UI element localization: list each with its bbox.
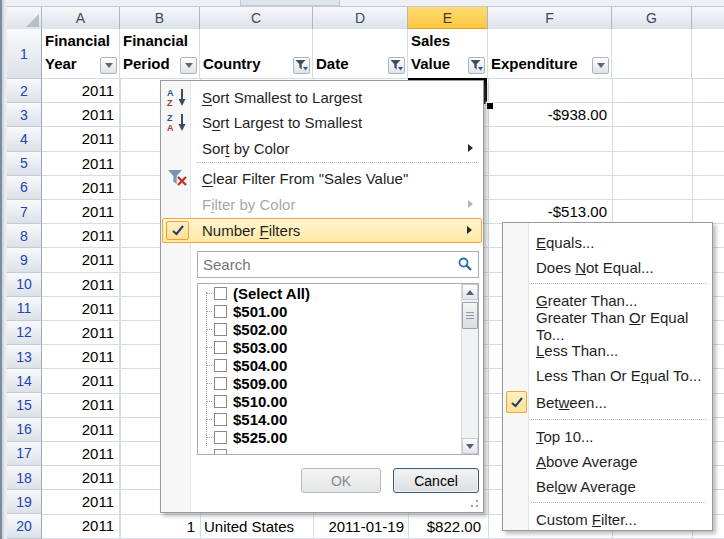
cell-financial-year-value[interactable]: 2011 xyxy=(42,152,120,176)
filter-value-item[interactable]: $502.00 xyxy=(198,320,478,338)
row-number-cell[interactable]: 9 xyxy=(7,248,42,272)
header-cell-financial-period[interactable]: Financial Period xyxy=(120,29,200,79)
filter-value-item[interactable]: $514.00 xyxy=(198,410,478,428)
search-icon[interactable] xyxy=(458,257,473,276)
column-header-e-selected[interactable]: E xyxy=(408,7,488,29)
cell-financial-year-value[interactable]: 2011 xyxy=(42,127,120,151)
menu-item-number-filters[interactable]: Number Filters xyxy=(162,218,482,243)
menu-item-clear-filter[interactable]: Clear Filter From "Sales Value" xyxy=(162,166,482,190)
row-number-cell[interactable]: 15 xyxy=(7,393,42,417)
value-checkbox[interactable] xyxy=(214,341,227,354)
active-cell-fill-handle[interactable] xyxy=(487,103,493,109)
scrollbar-thumb[interactable] xyxy=(462,302,478,329)
header-cell-date[interactable]: Date xyxy=(313,29,408,79)
cell-financial-year-value[interactable]: 2011 xyxy=(42,79,120,103)
cell-financial-year-value[interactable]: 2011 xyxy=(42,297,120,321)
search-input[interactable] xyxy=(197,251,479,278)
filter-value-item[interactable]: (Select All) xyxy=(198,284,478,302)
value-checkbox[interactable] xyxy=(214,431,227,444)
row-number-cell[interactable]: 3 xyxy=(7,103,42,127)
header-cell-country[interactable]: Country xyxy=(200,29,313,79)
column-header-f[interactable]: F xyxy=(488,7,612,29)
submenu-item-between[interactable]: Between... xyxy=(504,389,711,415)
row-number-cell[interactable]: 7 xyxy=(7,200,42,224)
submenu-item-greater-than-or-equal[interactable]: Greater Than Or Equal To... xyxy=(504,313,711,338)
submenu-item-less-than[interactable]: Less Than... xyxy=(504,338,711,363)
filter-button-expenditure[interactable] xyxy=(592,57,609,74)
cell-financial-year-value[interactable]: 2011 xyxy=(42,466,120,490)
submenu-item-does-not-equal[interactable]: Does Not Equal... xyxy=(504,255,711,280)
value-checkbox[interactable] xyxy=(214,395,227,408)
scroll-up-button[interactable] xyxy=(462,284,478,300)
row-number-cell[interactable]: 13 xyxy=(7,345,42,369)
select-all-corner[interactable] xyxy=(7,7,42,29)
filter-button-financial-year[interactable] xyxy=(100,57,117,74)
row-number-cell[interactable]: 19 xyxy=(7,490,42,514)
value-checkbox[interactable] xyxy=(214,287,227,300)
row-number-cell[interactable]: 8 xyxy=(7,224,42,248)
row-number-cell[interactable]: 17 xyxy=(7,442,42,466)
filter-value-item[interactable]: $504.00 xyxy=(198,356,478,374)
cell-financial-year-value[interactable]: 2011 xyxy=(42,345,120,369)
cell-financial-year-value[interactable]: 2011 xyxy=(42,103,120,127)
cell-c20-country[interactable]: United States xyxy=(200,515,313,539)
row-number-cell[interactable]: 1 xyxy=(7,29,42,79)
list-scrollbar[interactable] xyxy=(461,284,478,454)
row-number-cell[interactable]: 10 xyxy=(7,273,42,297)
value-checkbox[interactable] xyxy=(214,377,227,390)
row-number-cell[interactable]: 16 xyxy=(7,418,42,442)
row-number-cell[interactable]: 11 xyxy=(7,297,42,321)
column-header-g[interactable]: G xyxy=(612,7,692,29)
cell-financial-year-value[interactable]: 2011 xyxy=(42,442,120,466)
column-header-d[interactable]: D xyxy=(313,7,408,29)
filter-button-date-funnel[interactable] xyxy=(388,57,405,74)
filter-button-sales-value-funnel[interactable] xyxy=(468,57,485,74)
header-cell-sales-value[interactable]: Sales Value xyxy=(408,29,488,79)
value-checkbox[interactable] xyxy=(214,323,227,336)
value-checkbox[interactable] xyxy=(214,359,227,372)
cell-financial-year-value[interactable]: 2011 xyxy=(42,200,120,224)
cell-d20-date[interactable]: 2011-01-19 xyxy=(313,515,408,539)
cell-financial-year-value[interactable]: 2011 xyxy=(42,224,120,248)
column-header-c[interactable]: C xyxy=(200,7,313,29)
row-number-cell[interactable]: 4 xyxy=(7,127,42,151)
submenu-item-top-10[interactable]: Top 10... xyxy=(504,424,711,449)
filter-button-financial-period[interactable] xyxy=(180,57,197,74)
cell-e20-sales-value[interactable]: $822.00 xyxy=(408,515,488,539)
cancel-button[interactable]: Cancel xyxy=(393,468,479,493)
header-cell-empty-g[interactable] xyxy=(612,29,692,79)
cell-f3-expenditure[interactable]: -$938.00 xyxy=(488,103,612,127)
menu-item-sort-smallest-to-largest[interactable]: AZ Sort Smallest to Largest xyxy=(162,85,482,109)
cell-financial-year-value[interactable]: 2011 xyxy=(42,514,120,538)
menu-item-sort-largest-to-smallest[interactable]: ZA Sort Largest to Smallest xyxy=(162,110,482,134)
resize-grip[interactable] xyxy=(476,505,478,507)
filter-value-item-partial[interactable] xyxy=(198,446,478,455)
scroll-down-button[interactable] xyxy=(462,438,478,454)
filter-button-country-funnel[interactable] xyxy=(293,57,310,74)
submenu-item-custom-filter[interactable]: Custom Filter... xyxy=(504,507,711,532)
row-number-cell[interactable]: 6 xyxy=(7,176,42,200)
row-number-cell[interactable]: 14 xyxy=(7,369,42,393)
ok-button[interactable]: OK xyxy=(301,468,381,493)
cell-financial-year-value[interactable]: 2011 xyxy=(42,273,120,297)
cell-financial-year-value[interactable]: 2011 xyxy=(42,248,120,272)
header-cell-expenditure[interactable]: Expenditure xyxy=(488,29,612,79)
column-header-b[interactable]: B xyxy=(120,7,200,29)
menu-item-filter-by-color[interactable]: Filter by Color xyxy=(162,192,482,216)
cell-financial-year-value[interactable]: 2011 xyxy=(42,393,120,417)
column-header-partial[interactable] xyxy=(692,7,724,29)
row-number-cell[interactable]: 18 xyxy=(7,466,42,490)
submenu-item-equals[interactable]: Equals... xyxy=(504,230,711,255)
cell-financial-year-value[interactable]: 2011 xyxy=(42,369,120,393)
filter-value-item[interactable]: $509.00 xyxy=(198,374,478,392)
menu-item-sort-by-color[interactable]: Sort by Color xyxy=(162,136,482,160)
cell-b20-period[interactable]: 1 xyxy=(120,515,200,539)
row-number-cell[interactable]: 2 xyxy=(7,79,42,103)
submenu-item-above-average[interactable]: Above Average xyxy=(504,449,711,474)
cell-financial-year-value[interactable]: 2011 xyxy=(42,321,120,345)
row-number-cell[interactable]: 20 xyxy=(7,514,42,538)
value-checkbox[interactable] xyxy=(214,449,227,456)
cell-financial-year-value[interactable]: 2011 xyxy=(42,418,120,442)
header-cell-empty-h[interactable] xyxy=(692,29,724,79)
column-header-a[interactable]: A xyxy=(42,7,120,29)
